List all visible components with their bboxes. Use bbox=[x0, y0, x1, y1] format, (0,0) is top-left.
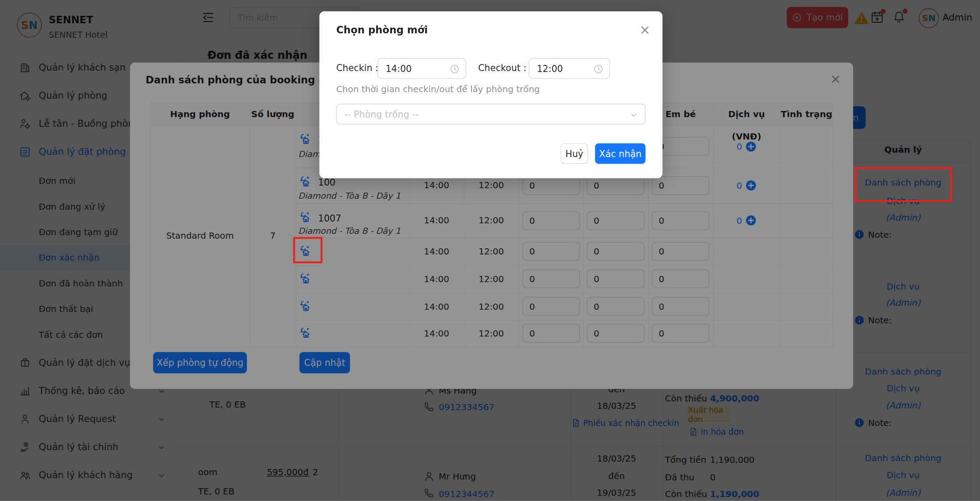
cancel-label: Huỷ bbox=[565, 149, 583, 159]
checkout-time-value: 12:00 bbox=[537, 59, 563, 79]
annotation-box-room-list-link bbox=[854, 167, 951, 202]
confirm-label: Xác nhận bbox=[599, 149, 641, 159]
close-icon[interactable]: × bbox=[639, 24, 650, 36]
checkout-time-input[interactable]: 12:00 bbox=[529, 58, 610, 79]
annotation-box-assign-icon bbox=[293, 237, 323, 263]
choose-room-modal: Chọn phòng mới × Checkin : 14:00 Checkou… bbox=[319, 11, 663, 179]
checkin-time-input[interactable]: 14:00 bbox=[378, 58, 466, 79]
checkin-label: Checkin : bbox=[336, 58, 378, 79]
select-placeholder: -- Phòng trống -- bbox=[344, 104, 418, 125]
cancel-button[interactable]: Huỷ bbox=[561, 143, 588, 164]
app-root: SN SENNET SENNET Hotel Quản lý khách sạn… bbox=[0, 0, 980, 501]
confirm-button[interactable]: Xác nhận bbox=[595, 143, 645, 164]
clock-icon bbox=[450, 64, 459, 74]
clock-icon bbox=[594, 64, 603, 74]
empty-room-select[interactable]: -- Phòng trống -- bbox=[336, 104, 646, 125]
checkin-time-value: 14:00 bbox=[385, 59, 412, 79]
checkout-label: Checkout : bbox=[478, 58, 526, 79]
helper-text: Chọn thời gian checkin/out để lấy phòng … bbox=[336, 84, 540, 94]
chevron-down-icon bbox=[630, 111, 638, 119]
choose-room-modal-title: Chọn phòng mới bbox=[336, 24, 428, 36]
